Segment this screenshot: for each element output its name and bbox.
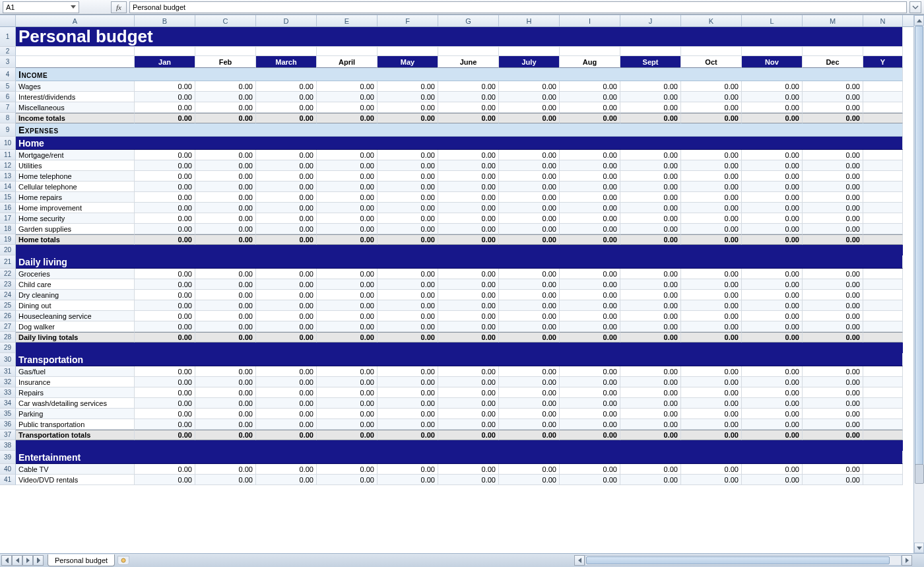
cell-value[interactable]: 0.00 xyxy=(256,113,317,123)
row-header[interactable]: 21 xyxy=(0,255,16,269)
cell-value[interactable]: 0.00 xyxy=(195,300,256,311)
cell-value[interactable]: 0.00 xyxy=(256,409,317,419)
cell-value[interactable]: 0.00 xyxy=(135,430,195,440)
cell-value[interactable]: 0.00 xyxy=(135,192,195,203)
cell-value[interactable]: 0.00 xyxy=(195,475,256,485)
cell-value[interactable]: 0.00 xyxy=(803,387,863,398)
cell-value[interactable]: 0.00 xyxy=(256,366,317,377)
row-header[interactable]: 20 xyxy=(0,245,16,255)
column-header[interactable]: A xyxy=(16,15,135,26)
row-header[interactable]: 7 xyxy=(0,102,16,113)
row-header[interactable]: 40 xyxy=(0,464,16,475)
cell-value[interactable]: 0.00 xyxy=(438,81,499,92)
cell-value[interactable]: 0.00 xyxy=(560,387,620,398)
cell-value[interactable]: 0.00 xyxy=(378,332,438,343)
cell-value[interactable]: 0.00 xyxy=(135,290,195,300)
month-header[interactable]: June xyxy=(438,56,499,68)
cell-value[interactable]: 0.00 xyxy=(681,387,742,398)
cell-value[interactable]: 0.00 xyxy=(681,366,742,377)
cell-value[interactable]: 0.00 xyxy=(620,409,681,419)
cell-value[interactable]: 0.00 xyxy=(317,419,378,430)
cell-value[interactable]: 0.00 xyxy=(378,387,438,398)
cell-value[interactable]: 0.00 xyxy=(256,81,317,92)
name-box[interactable]: A1 xyxy=(3,1,79,13)
cell-value[interactable]: 0.00 xyxy=(135,102,195,113)
cell-value[interactable]: 0.00 xyxy=(499,192,560,203)
cell-value[interactable]: 0.00 xyxy=(256,430,317,440)
cell-value[interactable] xyxy=(863,279,903,290)
cell-value[interactable]: 0.00 xyxy=(499,279,560,290)
cell-value[interactable]: 0.00 xyxy=(195,192,256,203)
cell-value[interactable]: 0.00 xyxy=(317,409,378,419)
cell-value[interactable]: 0.00 xyxy=(681,171,742,182)
cell-label[interactable]: Interest/dividends xyxy=(16,92,135,102)
cell-value[interactable]: 0.00 xyxy=(135,81,195,92)
row-header[interactable]: 6 xyxy=(0,92,16,102)
row-header[interactable]: 23 xyxy=(0,279,16,290)
cell-value[interactable]: 0.00 xyxy=(256,279,317,290)
cell-value[interactable]: 0.00 xyxy=(560,279,620,290)
cell-value[interactable]: 0.00 xyxy=(317,290,378,300)
cell-value[interactable] xyxy=(256,47,317,56)
row-header[interactable]: 30 xyxy=(0,353,16,366)
cell-value[interactable] xyxy=(863,430,903,440)
cell-value[interactable]: 0.00 xyxy=(135,213,195,224)
cell-value[interactable]: 0.00 xyxy=(742,81,803,92)
cell-value[interactable]: 0.00 xyxy=(681,430,742,440)
cell-value[interactable]: 0.00 xyxy=(195,464,256,475)
cell-value[interactable]: 0.00 xyxy=(681,81,742,92)
cell-value[interactable]: 0.00 xyxy=(742,311,803,321)
row-header[interactable]: 41 xyxy=(0,475,16,485)
cell-label[interactable]: Home telephone xyxy=(16,171,135,182)
cell-value[interactable] xyxy=(195,47,256,56)
cell-value[interactable]: 0.00 xyxy=(195,398,256,409)
cell-value[interactable]: 0.00 xyxy=(378,464,438,475)
cell-value[interactable]: 0.00 xyxy=(256,321,317,332)
row-header[interactable]: 15 xyxy=(0,192,16,203)
cell-value[interactable]: 0.00 xyxy=(135,464,195,475)
cell-label[interactable]: Home repairs xyxy=(16,192,135,203)
cell-value[interactable] xyxy=(863,171,903,182)
cell-value[interactable]: 0.00 xyxy=(620,234,681,245)
column-header[interactable]: B xyxy=(135,15,195,26)
cell-value[interactable]: 0.00 xyxy=(620,81,681,92)
cell-value[interactable]: 0.00 xyxy=(681,311,742,321)
cell-value[interactable] xyxy=(620,47,681,56)
cell-label[interactable]: Daily living xyxy=(16,255,903,269)
cell-value[interactable]: 0.00 xyxy=(256,192,317,203)
cell-value[interactable]: 0.00 xyxy=(803,290,863,300)
row-header[interactable]: 34 xyxy=(0,398,16,409)
cell-value[interactable]: 0.00 xyxy=(560,430,620,440)
cell-value[interactable] xyxy=(863,160,903,171)
row-header[interactable]: 35 xyxy=(0,409,16,419)
cell-value[interactable]: 0.00 xyxy=(378,377,438,387)
cell-value[interactable]: 0.00 xyxy=(742,475,803,485)
cell-value[interactable]: 0.00 xyxy=(499,311,560,321)
cell-value[interactable]: 0.00 xyxy=(195,171,256,182)
cell-value[interactable]: 0.00 xyxy=(681,321,742,332)
column-header[interactable]: N xyxy=(863,15,903,26)
row-header[interactable]: 16 xyxy=(0,203,16,213)
cell-value[interactable]: 0.00 xyxy=(378,160,438,171)
cell-value[interactable]: 0.00 xyxy=(438,92,499,102)
cell-label[interactable]: Mortgage/rent xyxy=(16,150,135,160)
cell-value[interactable]: 0.00 xyxy=(378,321,438,332)
row-header[interactable]: 3 xyxy=(0,56,16,68)
cell-value[interactable]: 0.00 xyxy=(256,377,317,387)
row-header[interactable]: 10 xyxy=(0,137,16,150)
month-header[interactable]: Dec xyxy=(803,56,863,68)
cell-value[interactable]: 0.00 xyxy=(256,203,317,213)
month-header[interactable]: Nov xyxy=(742,56,803,68)
cell-value[interactable]: 0.00 xyxy=(499,102,560,113)
cell-value[interactable]: 0.00 xyxy=(195,419,256,430)
cell-value[interactable]: 0.00 xyxy=(438,290,499,300)
cell-value[interactable]: 0.00 xyxy=(803,224,863,234)
cell-value[interactable] xyxy=(863,300,903,311)
cell-value[interactable]: 0.00 xyxy=(378,213,438,224)
cell-value[interactable]: 0.00 xyxy=(378,311,438,321)
cell-value[interactable]: 0.00 xyxy=(681,102,742,113)
cell-value[interactable]: 0.00 xyxy=(620,213,681,224)
cell-label[interactable]: Home improvement xyxy=(16,203,135,213)
cell-value[interactable]: 0.00 xyxy=(620,475,681,485)
cell-value[interactable]: 0.00 xyxy=(560,213,620,224)
